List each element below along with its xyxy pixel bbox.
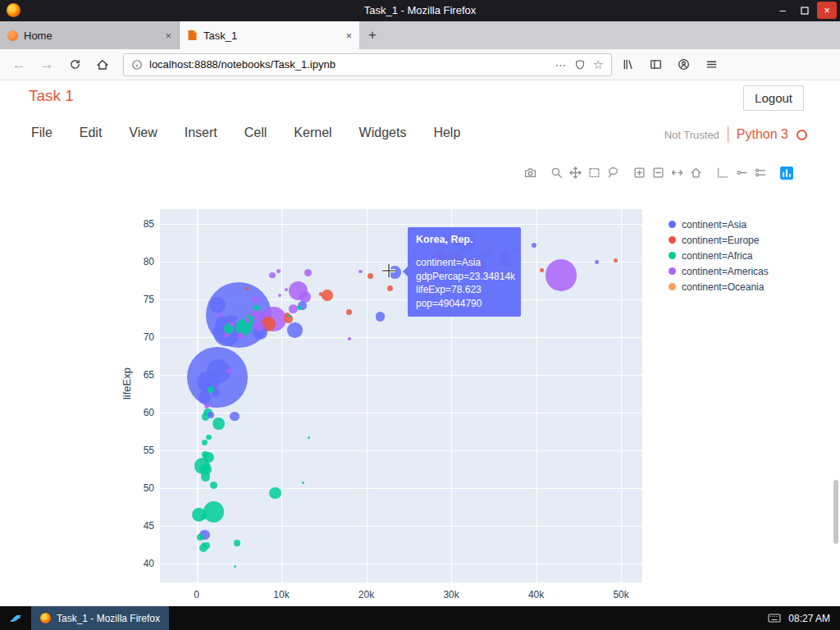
box-select-icon[interactable] [587, 166, 602, 180]
chart-bubble[interactable] [387, 285, 393, 291]
chart-bubble[interactable] [287, 322, 302, 337]
legend-item[interactable]: continent=Oceania [669, 279, 769, 294]
autoscale-icon[interactable] [669, 166, 685, 180]
notebook-title[interactable]: Task 1 [29, 87, 74, 105]
chart-bubble[interactable] [269, 272, 275, 278]
lasso-select-icon[interactable] [605, 166, 621, 180]
minimize-button[interactable]: – [773, 2, 792, 19]
close-button[interactable]: × [817, 2, 837, 19]
chart-bubble[interactable] [233, 316, 237, 320]
tab-task1-close-icon[interactable]: × [345, 30, 352, 42]
menu-widgets[interactable]: Widgets [359, 126, 407, 140]
chart-bubble[interactable] [230, 412, 240, 422]
chart-bubble[interactable] [304, 269, 312, 276]
zoom-in-icon[interactable] [632, 166, 647, 180]
home-icon[interactable] [90, 53, 115, 76]
menu-view[interactable]: View [129, 126, 157, 140]
logout-button[interactable]: Logout [743, 85, 804, 111]
reload-icon[interactable] [62, 53, 87, 76]
taskbar-window-button[interactable]: Task_1 - Mozilla Firefox [31, 606, 169, 630]
chart-bubble[interactable] [285, 288, 288, 291]
chart-bubble[interactable] [348, 337, 350, 340]
chart-bubble[interactable] [595, 260, 599, 264]
new-tab-button[interactable]: + [359, 21, 386, 49]
plot-area[interactable]: Korea, Rep. continent=Asia gdpPercap=23.… [160, 209, 642, 582]
chart-bubble[interactable] [199, 391, 211, 404]
legend-item[interactable]: continent=Americas [669, 263, 769, 279]
hover-closest-icon[interactable] [733, 166, 749, 180]
chart-bubble[interactable] [212, 418, 224, 429]
menu-kernel[interactable]: Kernel [294, 126, 331, 140]
chart-bubble[interactable] [203, 501, 225, 523]
site-info-icon[interactable] [131, 59, 143, 71]
url-text[interactable]: localhost:8888/notebooks/Task_1.ipynb [149, 58, 549, 71]
tab-task1[interactable]: Task_1 × [180, 21, 359, 49]
chart-bubble[interactable] [368, 273, 373, 279]
chart-bubble[interactable] [322, 290, 333, 301]
menu-cell[interactable]: Cell [244, 126, 267, 140]
menu-edit[interactable]: Edit [80, 126, 103, 140]
chart-bubble[interactable] [210, 482, 217, 489]
menu-insert[interactable]: Insert [185, 126, 217, 140]
menu-file[interactable]: File [31, 126, 52, 140]
taskbar-bird-icon[interactable] [0, 606, 31, 630]
back-icon[interactable]: ← [7, 53, 31, 76]
zoom-icon[interactable] [549, 166, 564, 180]
chart-bubble[interactable] [319, 292, 323, 296]
chart-bubble[interactable] [288, 315, 290, 317]
zoom-out-icon[interactable] [651, 166, 666, 180]
chart-bubble[interactable] [234, 565, 236, 568]
sidebar-icon[interactable] [643, 53, 668, 76]
chart-bubble[interactable] [201, 514, 207, 519]
chart-bubble[interactable] [202, 451, 208, 458]
pan-icon[interactable] [568, 166, 583, 180]
plotly-modebar [523, 166, 794, 180]
chart-bubble[interactable] [297, 305, 301, 309]
menu-help[interactable]: Help [433, 126, 460, 140]
chart-bubble[interactable] [546, 259, 577, 290]
bookmark-star-icon[interactable]: ☆ [593, 57, 604, 72]
chart-bubble[interactable] [237, 332, 244, 339]
chart-bubble[interactable] [540, 268, 543, 272]
tab-home-close-icon[interactable]: × [165, 30, 171, 42]
chart-bubble[interactable] [202, 440, 208, 445]
keyboard-layout-icon[interactable] [768, 613, 781, 623]
reset-axes-icon[interactable] [688, 166, 704, 180]
chart-bubble[interactable] [276, 269, 280, 272]
chart-bubble[interactable] [230, 322, 235, 326]
library-icon[interactable] [615, 53, 640, 76]
y-tick-label: 55 [125, 445, 154, 456]
chart-bubble[interactable] [346, 309, 352, 315]
legend-item[interactable]: continent=Europe [669, 232, 769, 248]
legend-item[interactable]: continent=Africa [669, 248, 769, 263]
chart-bubble[interactable] [217, 313, 221, 317]
tab-home[interactable]: Home × [0, 21, 180, 49]
hover-compare-icon[interactable] [752, 166, 768, 180]
account-icon[interactable] [671, 53, 696, 76]
camera-icon[interactable] [523, 166, 538, 180]
chart-bubble[interactable] [376, 312, 386, 322]
chart-bubble[interactable] [234, 540, 240, 546]
chart-bubble[interactable] [208, 386, 214, 393]
chart-bubble[interactable] [358, 270, 362, 273]
page-actions-icon[interactable]: ⋯ [555, 58, 567, 71]
chart-bubble[interactable] [197, 534, 203, 541]
shield-icon[interactable] [574, 59, 586, 71]
chart-bubble[interactable] [302, 482, 304, 484]
chart-bubble[interactable] [204, 404, 209, 409]
page-scrollbar[interactable] [833, 480, 838, 544]
menu-hamburger-icon[interactable] [699, 53, 724, 76]
legend-item[interactable]: continent=Asia [669, 217, 769, 232]
chart-bubble[interactable] [532, 243, 536, 248]
maximize-button[interactable] [795, 2, 815, 19]
chart-bubble[interactable] [269, 487, 281, 500]
spikeline-icon[interactable] [714, 166, 730, 180]
chart-bubble[interactable] [614, 258, 618, 262]
chart-bubble[interactable] [208, 412, 214, 418]
chart-bubble[interactable] [308, 436, 310, 439]
forward-icon[interactable]: → [34, 53, 59, 76]
url-bar[interactable]: localhost:8888/notebooks/Task_1.ipynb ⋯ … [123, 53, 612, 76]
chart-bubble[interactable] [201, 472, 211, 482]
chart-bubble[interactable] [206, 435, 211, 440]
plotly-logo-icon[interactable] [778, 166, 794, 180]
